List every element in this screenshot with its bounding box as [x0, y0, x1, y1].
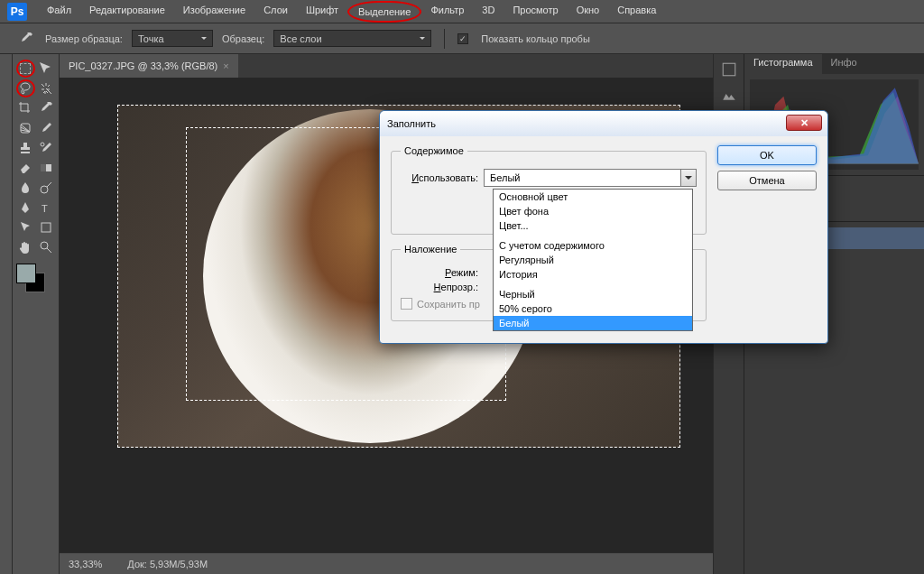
preserve-checkbox[interactable] — [401, 298, 412, 310]
sample-size-label: Размер образца: — [45, 33, 123, 44]
doc-size-value: 5,93M/5,93M — [150, 559, 208, 569]
dropdown-option[interactable]: 50% серого — [494, 301, 692, 316]
opacity-label: Непрозр.: — [401, 282, 478, 292]
menu-справка[interactable]: Справка — [608, 1, 665, 23]
svg-text:T: T — [42, 203, 48, 214]
crop-tool[interactable] — [16, 99, 35, 117]
shape-tool[interactable] — [37, 218, 56, 236]
content-group-label: Содержимое — [401, 145, 467, 156]
blend-group-label: Наложение — [401, 244, 460, 255]
mode-label: Режим: — [401, 267, 478, 278]
dialog-title-bar[interactable]: Заполнить ✕ — [380, 111, 827, 136]
blur-tool[interactable] — [16, 179, 35, 197]
foreground-swatch[interactable] — [16, 264, 36, 283]
menu-файл[interactable]: Файл — [38, 1, 80, 23]
toolbox-collapse-strip[interactable] — [0, 54, 13, 574]
panel-icon[interactable] — [721, 61, 737, 78]
menu-слои[interactable]: Слои — [254, 1, 297, 23]
status-bar: 33,33% Док: 5,93M/5,93M — [60, 552, 713, 574]
svg-rect-3 — [41, 164, 46, 171]
fill-dialog: Заполнить ✕ Содержимое Использовать: Бел… — [379, 110, 828, 344]
tab-info[interactable]: Инфо — [822, 54, 866, 74]
document-tab-bar: PIC_0327.JPG @ 33,3% (RGB/8) × — [60, 54, 713, 78]
move-tool[interactable] — [37, 60, 55, 78]
preserve-label: Сохранить пр — [417, 299, 480, 310]
wand-tool[interactable] — [37, 79, 55, 97]
zoom-level[interactable]: 33,33% — [69, 559, 102, 569]
stamp-tool[interactable] — [16, 139, 35, 157]
dropdown-option[interactable]: Цвет фона — [494, 204, 692, 218]
type-tool[interactable]: T — [37, 199, 56, 217]
use-value: Белый — [490, 172, 520, 183]
svg-point-1 — [41, 143, 44, 146]
sample-label: Образец: — [222, 33, 264, 44]
document-tab-title: PIC_0327.JPG @ 33,3% (RGB/8) — [69, 60, 217, 71]
menu-шрифт[interactable]: Шрифт — [297, 1, 347, 23]
svg-point-7 — [41, 242, 48, 249]
close-tab-icon[interactable]: × — [223, 60, 228, 71]
menu-окно[interactable]: Окно — [568, 1, 609, 23]
options-bar: Размер образца: Точка Образец: Все слои … — [0, 23, 924, 54]
eyedropper-tool[interactable] — [37, 99, 56, 117]
svg-rect-8 — [723, 63, 735, 76]
show-ring-checkbox[interactable]: ✓ — [457, 33, 468, 44]
use-dropdown-list: Основной цветЦвет фонаЦвет...С учетом со… — [493, 189, 693, 331]
menu-просмотр[interactable]: Просмотр — [504, 1, 567, 23]
menu-выделение[interactable]: Выделение — [347, 1, 421, 23]
dropdown-option[interactable]: Основной цвет — [494, 190, 692, 204]
lasso-tool[interactable] — [16, 79, 35, 97]
cancel-button[interactable]: Отмена — [717, 171, 817, 190]
dropdown-option[interactable]: Черный — [494, 287, 692, 301]
gradient-tool[interactable] — [37, 159, 56, 177]
menu-изображение[interactable]: Изображение — [174, 1, 254, 23]
toolbox: T — [13, 54, 60, 574]
menu-редактирование[interactable]: Редактирование — [80, 1, 174, 23]
path-select-tool[interactable] — [16, 218, 35, 236]
zoom-tool[interactable] — [37, 238, 56, 256]
use-select[interactable]: Белый — [484, 169, 697, 187]
doc-size-label: Док: — [127, 559, 147, 569]
hand-tool[interactable] — [16, 238, 35, 256]
use-label: Использовать: — [401, 172, 478, 183]
ok-button[interactable]: OK — [717, 145, 817, 165]
history-brush-tool[interactable] — [37, 139, 56, 157]
color-swatches[interactable] — [16, 264, 52, 300]
svg-point-4 — [41, 186, 48, 193]
dialog-close-button[interactable]: ✕ — [786, 115, 822, 131]
dodge-tool[interactable] — [37, 179, 56, 197]
menu-3d[interactable]: 3D — [473, 1, 504, 23]
show-ring-label: Показать кольцо пробы — [481, 33, 590, 44]
svg-rect-6 — [42, 223, 51, 232]
menu-bar: Ps ФайлРедактированиеИзображениеСлоиШриф… — [0, 0, 924, 23]
dropdown-option[interactable]: С учетом содержимого — [494, 238, 692, 253]
dropdown-option[interactable]: История — [494, 267, 692, 282]
eraser-tool[interactable] — [16, 159, 35, 177]
dropdown-option[interactable]: Регулярный — [494, 253, 692, 267]
dialog-title: Заполнить — [387, 118, 436, 129]
dropdown-option[interactable]: Цвет... — [494, 218, 692, 233]
dropdown-button-icon[interactable] — [680, 170, 696, 186]
heal-tool[interactable] — [16, 119, 35, 137]
pen-tool[interactable] — [16, 199, 35, 217]
brush-tool[interactable] — [37, 119, 56, 137]
content-group: Содержимое Использовать: Белый Основной … — [391, 145, 707, 235]
sample-size-select[interactable]: Точка — [132, 30, 213, 47]
tab-histogram[interactable]: Гистограмма — [744, 54, 822, 74]
dropdown-option[interactable]: Белый — [494, 316, 692, 330]
eyedropper-tool-indicator — [16, 30, 36, 48]
sample-select[interactable]: Все слои — [273, 30, 431, 47]
document-tab[interactable]: PIC_0327.JPG @ 33,3% (RGB/8) × — [60, 54, 238, 78]
marquee-tool[interactable] — [16, 60, 35, 78]
menu-фильтр[interactable]: Фильтр — [421, 1, 473, 23]
panel-icon[interactable] — [721, 87, 737, 103]
app-logo: Ps — [7, 3, 27, 21]
